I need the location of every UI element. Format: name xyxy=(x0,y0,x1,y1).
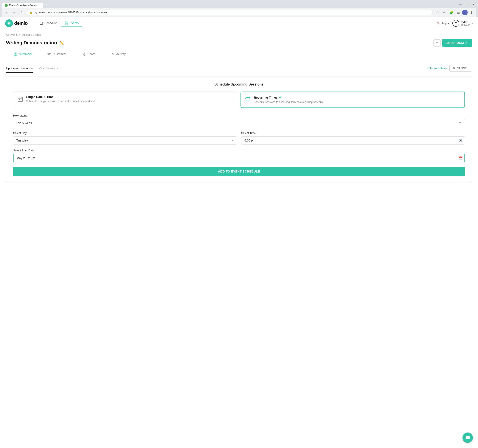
svg-rect-19 xyxy=(18,97,23,102)
chat-icon xyxy=(465,435,470,440)
svg-point-16 xyxy=(84,55,85,56)
select-day-select[interactable]: Monday Tuesday Wednesday Thursday Friday… xyxy=(13,136,237,145)
close-button[interactable]: ✕ xyxy=(470,1,476,7)
recurring-check-icon: ✔ xyxy=(279,95,282,100)
cancel-button[interactable]: ✕ CANCEL xyxy=(449,65,472,71)
svg-line-18 xyxy=(83,53,85,54)
start-date-input-wrapper: 📅 xyxy=(13,154,465,162)
customize-tab-label: Customize xyxy=(53,52,67,56)
svg-rect-2 xyxy=(40,22,43,25)
session-tab-past[interactable]: Past Sessions xyxy=(39,64,58,73)
user-chevron-icon: ▾ xyxy=(472,22,473,25)
help-chevron-icon: ▾ xyxy=(448,22,449,25)
tab-title: Event Overview - Demio xyxy=(9,4,37,7)
breadcrumb: All Events > Standard Events xyxy=(6,33,472,36)
sidebar-toggle-icon[interactable]: ▤ xyxy=(455,9,461,15)
tab-customize[interactable]: Customize xyxy=(40,49,75,59)
select-time-label: Select Time: xyxy=(241,131,465,135)
more-options-icon[interactable]: ⋮ xyxy=(469,9,475,15)
url-text: my.demio.com/manage/event/520653?summary… xyxy=(34,11,108,14)
add-button-label: ADD TO EVENT SCHEDULE xyxy=(218,170,260,173)
tabs-bar: Summary Customize Share Activity xyxy=(0,49,478,59)
address-bar[interactable]: 🔒 my.demio.com/manage/event/520653?summa… xyxy=(27,10,433,15)
breadcrumb-area: All Events > Standard Events xyxy=(0,30,478,38)
user-info: Tyler GetVoIP xyxy=(461,20,470,26)
add-to-event-schedule-button[interactable]: ADD TO EVENT SCHEDULE xyxy=(13,167,465,176)
browser-profile-icon[interactable]: T xyxy=(462,10,468,15)
svg-point-14 xyxy=(84,53,85,53)
help-button[interactable]: ❓ Help ▾ xyxy=(436,22,449,25)
logo[interactable]: D demio xyxy=(5,19,28,27)
how-often-label: How often?: xyxy=(13,114,465,117)
minimize-button[interactable]: — xyxy=(457,1,463,7)
summary-tab-icon xyxy=(14,52,17,56)
join-room-label: JOIN ROOM xyxy=(447,41,464,44)
select-day-group: Select Day: Monday Tuesday Wednesday Thu… xyxy=(13,131,237,145)
page-title: Writing Demonstration xyxy=(6,40,57,46)
nav-links: Schedule Events xyxy=(36,20,82,27)
activity-tab-icon xyxy=(111,52,114,56)
new-tab-button[interactable]: + xyxy=(43,2,49,8)
events-nav-link[interactable]: Events xyxy=(61,20,82,27)
select-start-date-label: Select Start Date: xyxy=(13,149,465,152)
svg-rect-23 xyxy=(19,99,20,100)
breadcrumb-all-events[interactable]: All Events xyxy=(6,33,18,36)
schedule-icon xyxy=(40,21,43,25)
svg-line-17 xyxy=(83,54,85,55)
single-date-icon xyxy=(17,96,24,102)
select-time-group: Select Time: 🕐 xyxy=(241,131,465,145)
external-link-icon: ↗ xyxy=(465,41,468,44)
svg-rect-6 xyxy=(65,22,66,23)
start-date-input[interactable] xyxy=(13,154,465,162)
tab-activity[interactable]: Activity xyxy=(103,49,133,59)
browser-tab[interactable]: Event Overview - Demio ✕ xyxy=(2,3,43,8)
how-often-select[interactable]: Every week Every day Every month xyxy=(13,119,465,127)
single-date-title: Single Date & Time xyxy=(26,95,233,99)
breadcrumb-standard-events[interactable]: Standard Events xyxy=(22,33,41,36)
help-icon: ❓ xyxy=(436,22,440,25)
session-tabs-right: Blackout Dates ✕ CANCEL xyxy=(428,65,472,71)
single-date-content: Single Date & Time Schedule a single ses… xyxy=(26,95,233,103)
session-tab-upcoming[interactable]: Upcoming Sessions xyxy=(6,64,33,73)
blackout-dates-button[interactable]: Blackout Dates xyxy=(428,67,447,70)
dropdown-chevron-icon: ▾ xyxy=(436,41,438,44)
dropdown-toggle[interactable]: ▾ xyxy=(434,39,440,46)
single-date-type-card[interactable]: Single Date & Time Schedule a single ses… xyxy=(13,92,237,108)
schedule-nav-link[interactable]: Schedule xyxy=(36,20,60,27)
events-icon xyxy=(65,21,68,25)
select-time-input[interactable] xyxy=(241,136,465,145)
back-button[interactable]: ← xyxy=(3,9,9,15)
share-tab-label: Share xyxy=(88,52,95,56)
schedule-card: Schedule Upcoming Sessions xyxy=(6,76,472,183)
extensions-icon[interactable]: 🧩 xyxy=(448,9,454,15)
page-header-right: ▾ JOIN ROOM ↗ xyxy=(434,39,472,47)
share-tab-icon xyxy=(82,52,86,56)
join-room-button[interactable]: JOIN ROOM ↗ xyxy=(442,39,472,47)
top-nav: D demio Schedule Events ❓ Help ▾ xyxy=(0,17,478,30)
tab-share[interactable]: Share xyxy=(75,49,103,59)
bookmark-star-icon[interactable]: ☆ xyxy=(434,9,440,15)
edit-icon[interactable]: ✏️ xyxy=(60,41,64,45)
session-tabs-header: Upcoming Sessions Past Sessions Blackout… xyxy=(6,64,472,73)
profile-sync-icon[interactable]: ⟳ xyxy=(441,9,447,15)
svg-rect-8 xyxy=(65,23,66,24)
past-sessions-label: Past Sessions xyxy=(39,67,58,70)
events-nav-label: Events xyxy=(69,21,79,25)
svg-text:D: D xyxy=(8,22,10,25)
customize-tab-icon xyxy=(47,52,51,56)
tab-favicon xyxy=(5,4,8,7)
tab-summary[interactable]: Summary xyxy=(6,49,40,59)
forward-button[interactable]: → xyxy=(11,9,17,15)
restore-button[interactable]: ⬜ xyxy=(464,1,470,7)
calendar-icon: 📅 xyxy=(459,156,462,160)
chat-bubble-button[interactable] xyxy=(463,433,473,443)
user-menu[interactable]: T Tyler GetVoIP ▾ xyxy=(452,20,473,27)
breadcrumb-separator: > xyxy=(19,33,20,36)
cancel-x-icon: ✕ xyxy=(453,67,455,70)
recurring-times-type-card[interactable]: Recurring Times ✔ Schedule sessions to o… xyxy=(240,92,465,108)
recurring-times-title: Recurring Times ✔ xyxy=(254,95,461,100)
reload-button[interactable]: ↻ xyxy=(19,9,25,15)
single-date-desc: Schedule a single session to occur at a … xyxy=(26,100,233,103)
tab-close-icon[interactable]: ✕ xyxy=(38,4,40,7)
svg-point-15 xyxy=(83,54,83,55)
